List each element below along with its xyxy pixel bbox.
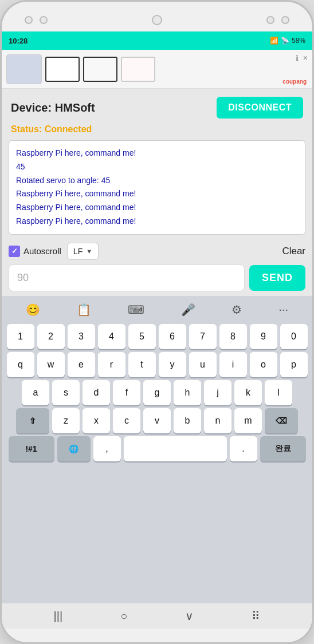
nav-home-button[interactable]: ○	[120, 610, 127, 623]
emoji-button[interactable]: 😊	[21, 301, 45, 319]
key-2[interactable]: 2	[37, 324, 65, 349]
signal-icon: 📶	[270, 37, 278, 45]
key-h[interactable]: h	[174, 380, 201, 405]
key-a[interactable]: a	[22, 380, 49, 405]
device-header: Device: HMSoft DISCONNECT	[2, 89, 312, 123]
key-w[interactable]: w	[37, 352, 65, 377]
top-circle-2	[40, 16, 48, 24]
autoscroll-control: ✓ Autoscroll	[9, 246, 61, 257]
connection-status: Status: Connected	[2, 123, 312, 140]
terminal-line-4: Raspberry Pi here, command me!	[16, 187, 298, 201]
keyboard-bottom-row: !#1 🌐 , . 완료	[4, 436, 310, 461]
key-8[interactable]: 8	[219, 324, 247, 349]
key-j[interactable]: j	[204, 380, 231, 405]
key-i[interactable]: i	[219, 352, 247, 377]
app-area: Device: HMSoft DISCONNECT Status: Connec…	[2, 89, 312, 629]
key-k[interactable]: k	[234, 380, 262, 405]
keyboard: 😊 📋 ⌨ 🎤 ⚙ ··· 1 2 3 4 5 6 7 8 9 0	[2, 296, 312, 603]
keyboard-asdf-row: a s d f g h j k l	[4, 380, 310, 405]
key-g[interactable]: g	[143, 380, 171, 405]
keyboard-qwerty-row: q w e r t y u i o p	[4, 352, 310, 377]
key-m[interactable]: m	[234, 408, 262, 433]
keyboard-type-button[interactable]: ⌨	[123, 301, 149, 319]
key-r[interactable]: r	[98, 352, 125, 377]
key-n[interactable]: n	[204, 408, 231, 433]
key-6[interactable]: 6	[159, 324, 186, 349]
phone-device: 10:28 📶 📡 58% ℹ × coupang Device: HMSoft…	[0, 0, 314, 644]
ad-image-2	[45, 57, 80, 82]
autoscroll-checkbox[interactable]: ✓	[9, 246, 20, 257]
key-u[interactable]: u	[189, 352, 217, 377]
key-f[interactable]: f	[113, 380, 140, 405]
phone-top-hardware	[2, 2, 312, 31]
return-key[interactable]: 완료	[260, 436, 306, 461]
clear-button[interactable]: Clear	[282, 246, 305, 257]
key-7[interactable]: 7	[189, 324, 217, 349]
ad-controls: ℹ ×	[296, 53, 308, 62]
key-x[interactable]: x	[83, 408, 110, 433]
period-key[interactable]: .	[230, 436, 257, 461]
keyboard-zxcv-row: ⇧ z x c v b n m ⌫	[4, 408, 310, 433]
ad-image-1	[6, 54, 42, 84]
lf-dropdown[interactable]: LF ▼	[67, 243, 99, 260]
terminal-line-6: Raspberry Pi here, command me!	[16, 215, 298, 228]
disconnect-button[interactable]: DISCONNECT	[217, 97, 303, 118]
key-c[interactable]: c	[113, 408, 140, 433]
nav-recent-button[interactable]: ∨	[185, 609, 194, 623]
key-z[interactable]: z	[52, 408, 80, 433]
terminal-line-1: Raspberry Pi here, command me!	[16, 147, 298, 160]
nav-back-button[interactable]: |||	[54, 610, 63, 623]
status-time: 10:28	[9, 37, 28, 45]
key-5[interactable]: 5	[128, 324, 156, 349]
top-center-camera	[152, 15, 162, 25]
terminal-output: Raspberry Pi here, command me! 45 Rotate…	[9, 140, 305, 235]
controls-row: ✓ Autoscroll LF ▼ Clear	[2, 240, 312, 264]
top-right-circles	[266, 16, 289, 24]
ad-close-button[interactable]: ×	[303, 53, 308, 62]
key-4[interactable]: 4	[98, 324, 125, 349]
key-1[interactable]: 1	[7, 324, 34, 349]
top-left-circles	[25, 16, 48, 24]
key-d[interactable]: d	[83, 380, 110, 405]
key-3[interactable]: 3	[68, 324, 95, 349]
key-0[interactable]: 0	[280, 324, 308, 349]
key-l[interactable]: l	[265, 380, 292, 405]
key-s[interactable]: s	[52, 380, 80, 405]
ad-info-icon[interactable]: ℹ	[296, 54, 299, 62]
key-y[interactable]: y	[159, 352, 186, 377]
keyboard-toolbar: 😊 📋 ⌨ 🎤 ⚙ ···	[4, 299, 310, 320]
key-p[interactable]: p	[280, 352, 308, 377]
space-key[interactable]	[124, 436, 227, 461]
more-button[interactable]: ···	[274, 301, 293, 318]
terminal-line-2: 45	[16, 160, 298, 174]
key-b[interactable]: b	[174, 408, 201, 433]
key-o[interactable]: o	[250, 352, 277, 377]
top-circle-3	[266, 16, 274, 24]
top-circle-4	[281, 16, 289, 24]
send-row: SEND	[9, 264, 305, 291]
mic-button[interactable]: 🎤	[176, 301, 200, 319]
status-bar: 10:28 📶 📡 58%	[2, 31, 312, 50]
key-v[interactable]: v	[143, 408, 171, 433]
send-button[interactable]: SEND	[249, 265, 305, 291]
key-t[interactable]: t	[128, 352, 156, 377]
comma-key[interactable]: ,	[93, 436, 121, 461]
top-circle-1	[25, 16, 33, 24]
ad-image-3	[83, 57, 117, 82]
nav-menu-button[interactable]: ⠿	[252, 609, 260, 623]
special-chars-key[interactable]: !#1	[9, 436, 54, 461]
backspace-key[interactable]: ⌫	[265, 408, 298, 433]
bottom-navigation: ||| ○ ∨ ⠿	[2, 603, 312, 629]
wifi-icon: 📡	[281, 37, 289, 45]
settings-button[interactable]: ⚙	[227, 301, 246, 319]
shift-key[interactable]: ⇧	[16, 408, 49, 433]
globe-key[interactable]: 🌐	[57, 436, 91, 461]
device-name-label: Device: HMSoft	[11, 101, 95, 114]
key-q[interactable]: q	[7, 352, 34, 377]
key-9[interactable]: 9	[250, 324, 277, 349]
phone-bottom-hardware	[2, 629, 312, 642]
clipboard-button[interactable]: 📋	[72, 301, 96, 319]
send-input[interactable]	[9, 264, 245, 291]
key-e[interactable]: e	[68, 352, 95, 377]
ad-image-4	[121, 57, 155, 82]
